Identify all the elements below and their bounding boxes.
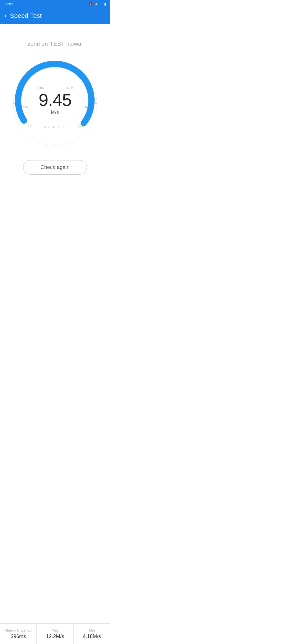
mute-icon: 🔇 xyxy=(89,2,93,6)
app-title: Speed Test xyxy=(10,12,42,19)
status-time: 15:02 xyxy=(4,2,13,6)
svg-text:1M: 1M xyxy=(83,105,88,108)
check-again-button[interactable]: Check again xyxy=(23,160,87,175)
network-name: zenmen-TEST-haiwai xyxy=(28,41,83,47)
main-content: zenmen-TEST-haiwai xyxy=(0,24,110,242)
app-bar: ‹ Speed Test xyxy=(0,8,110,24)
speed-unit: M/s xyxy=(51,110,59,115)
status-icons: 🔇 ▲ ⊡ ▮ xyxy=(89,2,106,6)
svg-text:450K: 450K xyxy=(66,86,73,90)
svg-text:10M: 10M xyxy=(78,124,84,127)
screen-icon: ⊡ xyxy=(100,2,103,6)
speed-number: 9.45 xyxy=(39,91,72,109)
battery-icon: ▮ xyxy=(104,2,106,6)
speedometer: 0K 150K 300K 450K 1M 10M 9.45 M/s SPEED … xyxy=(10,58,100,149)
speed-display: 9.45 M/s xyxy=(39,91,72,115)
status-bar: 15:02 🔇 ▲ ⊡ ▮ xyxy=(0,0,110,8)
back-button[interactable]: ‹ xyxy=(5,13,6,19)
svg-text:150K: 150K xyxy=(21,105,28,108)
svg-text:0K: 0K xyxy=(28,124,32,127)
svg-text:300K: 300K xyxy=(37,86,44,90)
wifi-icon: ▲ xyxy=(95,2,98,6)
speed-test-label: SPEED TEST xyxy=(43,125,67,129)
